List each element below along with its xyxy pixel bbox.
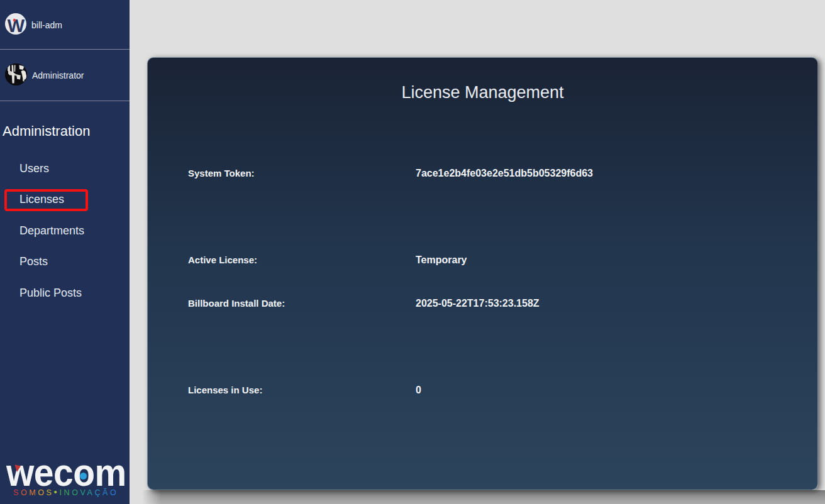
svg-text:wecom: wecom [6, 451, 126, 488]
